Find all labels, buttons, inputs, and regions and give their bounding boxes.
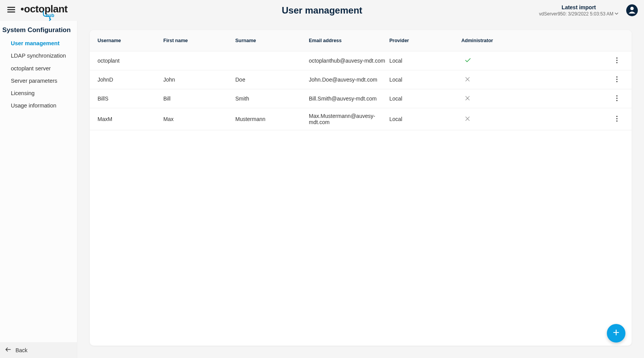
table-row: JohnDJohnDoeJohn.Doe@auvesy-mdt.comLocal (90, 70, 632, 89)
sidebar-item-user-management[interactable]: User management (0, 37, 77, 49)
svg-point-11 (616, 116, 617, 117)
cell-firstname: Max (163, 116, 235, 122)
check-icon (464, 57, 471, 65)
cell-email: octoplanthub@auvesy-mdt.com (309, 58, 389, 64)
column-header-actions (523, 38, 624, 43)
more-vertical-icon (616, 95, 618, 102)
cell-firstname: John (163, 77, 235, 83)
cell-firstname: Bill (163, 95, 235, 102)
table-header: Username First name Surname Email addres… (90, 30, 632, 51)
cell-surname: Smith (235, 95, 309, 102)
sidebar-heading: System Configuration (0, 23, 77, 37)
column-header-username[interactable]: Username (98, 38, 163, 43)
cell-administrator (461, 57, 523, 65)
cell-provider: Local (389, 95, 461, 102)
svg-point-3 (616, 60, 617, 61)
cell-email: John.Doe@auvesy-mdt.com (309, 77, 389, 83)
cell-username: JohnD (98, 77, 163, 83)
more-vertical-icon (616, 76, 618, 84)
cell-email: Bill.Smith@auvesy-mdt.com (309, 95, 389, 102)
sidebar-item-licensing[interactable]: Licensing (0, 87, 77, 99)
column-header-provider[interactable]: Provider (389, 38, 461, 43)
column-header-surname[interactable]: Surname (235, 38, 309, 43)
add-user-button[interactable] (607, 324, 625, 343)
row-actions-button[interactable] (612, 56, 622, 65)
table-row: MaxMMaxMustermannMax.Mustermann@auvesy-m… (90, 108, 632, 130)
sidebar-item-octoplant-server[interactable]: octoplant server (0, 62, 77, 75)
logo-swirl-icon (43, 11, 55, 22)
svg-point-9 (616, 97, 617, 99)
cell-username: octoplant (98, 58, 163, 64)
column-header-administrator[interactable]: Administrator (461, 38, 523, 43)
svg-point-7 (616, 81, 617, 82)
svg-point-8 (616, 95, 617, 96)
svg-point-5 (616, 76, 617, 77)
sidebar-item-ldap-synchronization[interactable]: LDAP synchronization (0, 49, 77, 62)
svg-point-4 (616, 62, 617, 63)
svg-point-1 (630, 7, 634, 10)
sidebar-item-server-parameters[interactable]: Server parameters (0, 75, 77, 87)
cell-username: MaxM (98, 116, 163, 122)
users-card: Username First name Surname Email addres… (90, 30, 632, 346)
table-row: octoplantoctoplanthub@auvesy-mdt.comLoca… (90, 51, 632, 70)
cell-provider: Local (389, 58, 461, 64)
latest-import-block: Latest import vdServer950: 3/29/2022 5:0… (539, 4, 618, 17)
latest-import-dropdown[interactable]: vdServer950: 3/29/2022 5:03:53 AM (539, 11, 618, 17)
latest-import-detail: vdServer950: 3/29/2022 5:03:53 AM (539, 11, 613, 17)
sidebar-item-usage-information[interactable]: Usage information (0, 99, 77, 112)
back-label: Back (15, 347, 27, 353)
cell-provider: Local (389, 77, 461, 83)
arrow-left-icon (5, 346, 12, 354)
app-logo: octoplant hub (21, 2, 68, 19)
svg-point-6 (616, 78, 617, 80)
logo-text: octoplant (21, 3, 68, 15)
cell-username: BillS (98, 95, 163, 102)
plus-icon (612, 328, 620, 338)
cell-administrator (461, 95, 523, 102)
menu-toggle-button[interactable] (6, 5, 16, 15)
row-actions-button[interactable] (612, 114, 622, 124)
svg-point-13 (616, 120, 617, 121)
column-header-firstname[interactable]: First name (163, 38, 235, 43)
cross-icon (464, 95, 471, 102)
svg-point-12 (616, 118, 617, 119)
svg-point-10 (616, 100, 617, 101)
latest-import-label: Latest import (539, 4, 618, 10)
table-body: octoplantoctoplanthub@auvesy-mdt.comLoca… (90, 51, 632, 130)
row-actions-button[interactable] (612, 75, 622, 84)
svg-point-2 (616, 57, 617, 58)
cell-email: Max.Mustermann@auvesy-mdt.com (309, 113, 389, 125)
sidebar: System Configuration User management LDA… (0, 21, 77, 358)
cell-surname: Mustermann (235, 116, 309, 122)
cell-administrator (461, 116, 523, 123)
cross-icon (464, 116, 471, 123)
cell-administrator (461, 76, 523, 84)
table-row: BillSBillSmithBill.Smith@auvesy-mdt.comL… (90, 89, 632, 108)
back-button[interactable]: Back (0, 342, 77, 358)
row-actions-button[interactable] (612, 94, 622, 103)
page-title: User management (282, 5, 362, 16)
person-circle-icon (626, 4, 638, 17)
app-header: octoplant hub User management Latest imp… (0, 0, 644, 21)
main-content: Username First name Surname Email addres… (77, 21, 644, 358)
column-header-email[interactable]: Email address (309, 38, 389, 43)
chevron-down-icon (615, 11, 618, 17)
cell-provider: Local (389, 116, 461, 122)
cell-surname: Doe (235, 77, 309, 83)
cross-icon (464, 76, 471, 84)
account-button[interactable] (626, 5, 638, 16)
more-vertical-icon (616, 57, 618, 65)
hamburger-icon (7, 5, 16, 16)
more-vertical-icon (616, 116, 618, 123)
